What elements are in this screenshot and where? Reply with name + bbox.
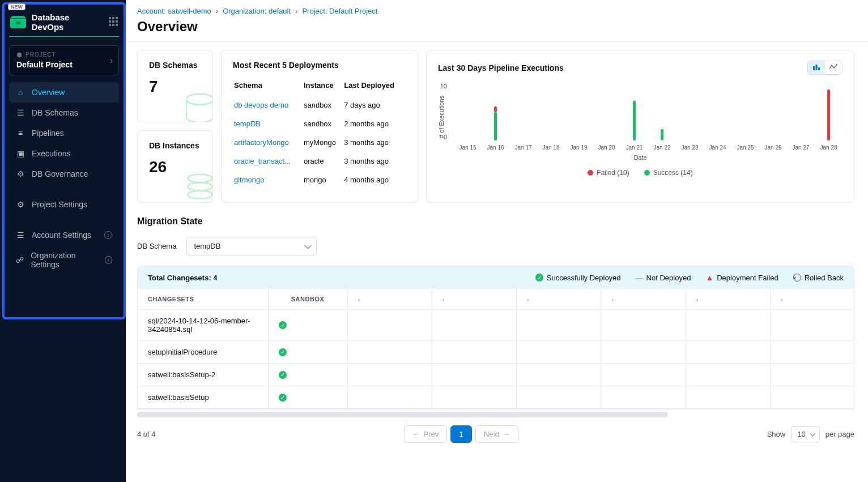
table-row: db devops demosandbox7 days ago [234,96,405,114]
chart-view-toggle [807,61,843,75]
horizontal-scrollbar[interactable] [137,412,668,417]
sidebar-nav: ⌂ Overview ☰ DB Schemas ≡ Pipelines ▣ Ex… [9,82,119,275]
schema-link[interactable]: db devops demo [234,96,303,114]
sidebar-item-db-schemas[interactable]: ☰ DB Schemas [9,103,119,123]
sidebar-item-label: DB Schemas [32,108,78,117]
sidebar-item-label: Organization Settings [31,251,98,269]
database-stack-icon [183,172,213,203]
sidebar-item-pipelines[interactable]: ≡ Pipelines [9,123,119,143]
current-page[interactable]: 1 [450,425,471,443]
changeset-name: satwell:basisSetup [138,386,268,409]
new-badge: NEW [8,3,25,10]
check-circle-icon: ✓ [279,348,287,356]
svg-rect-6 [818,67,820,70]
project-selector[interactable]: PROJECT Default Project › [9,45,119,75]
executions-icon: ▣ [16,149,25,158]
main-content: Account: satwell-demo › Organization: de… [126,0,868,482]
changeset-name: setupInitialProcedure [138,341,268,364]
svg-point-1 [188,174,212,182]
sidebar-item-label: DB Governance [32,169,88,178]
prev-button[interactable]: ←Prev [404,425,448,443]
sidebar-item-org-settings[interactable]: ☍ Organization Settings i [9,245,119,275]
stat-title: DB Schemas [149,61,201,70]
db-schema-select[interactable]: tempDB [186,237,317,255]
table-header: - [686,289,770,310]
svg-point-2 [188,182,212,190]
page-title: Overview [137,19,854,35]
sidebar: NEW ∞ Database DevOps PROJECT Default Pr… [2,2,126,319]
rollback-icon [793,274,801,281]
bar-chart-icon[interactable] [808,61,825,74]
info-icon: i [105,256,112,264]
project-name: Default Project [16,60,112,69]
line-chart-icon[interactable] [825,61,842,74]
table-header: - [517,289,601,310]
breadcrumb-project[interactable]: Project: Default Project [302,7,377,15]
db-instances-card: DB Instances 26 [137,130,213,203]
changesets-table: CHANGESETSSANDBOX------ sql/2024-10-14-1… [138,289,854,409]
table-row: satwell:basisSetup✓ [138,386,854,409]
migration-state-section: Migration State DB Schema tempDB Total C… [137,216,854,454]
card-title: Most Recent 5 Deployments [233,61,406,70]
brand-title: Database DevOps [32,12,103,32]
stat-title: DB Instances [149,141,201,150]
table-header: - [770,289,854,310]
section-title: Migration State [137,216,854,227]
chart-x-axis-label: Date [438,154,843,161]
check-circle-icon: ✓ [279,394,287,402]
breadcrumb-org[interactable]: Organization: default [223,7,291,15]
page-size-select[interactable]: 10 [791,426,819,442]
table-row: oracle_transact...oracle3 months ago [234,152,405,170]
pipeline-executions-card: Last 30 Days Pipeline Executions # of Ex… [426,50,854,203]
table-row: satwell:basisSetup-2✓ [138,364,854,386]
db-schemas-card: DB Schemas 7 [137,50,213,122]
home-icon: ⌂ [16,88,25,97]
schema-link[interactable]: tempDB [234,115,303,133]
warning-icon: ▲ [705,273,713,282]
cube-icon [16,52,22,58]
info-icon: i [104,231,112,239]
sidebar-item-executions[interactable]: ▣ Executions [9,143,119,164]
schema-link[interactable]: artifactoryMongo [234,134,303,151]
table-row: gitmongomongo4 months ago [234,171,405,189]
changeset-summary-bar: Total Changesets: 4 ✓Successfully Deploy… [138,266,854,289]
table-row: sql/2024-10-14-12-06-member-34240854.sql… [138,310,854,341]
schema-label: DB Schema [137,242,176,250]
col-last-deployed: Last Deployed [344,81,405,95]
recent-deployments-card: Most Recent 5 Deployments Schema Instanc… [221,50,418,203]
table-header: SANDBOX [268,289,347,310]
chevron-right-icon: › [110,56,113,66]
gear-icon: ⚙ [16,169,25,178]
pipeline-icon: ≡ [16,129,25,138]
sidebar-item-account-settings[interactable]: ☰ Account Settings i [9,225,119,245]
org-icon: ☍ [16,255,24,265]
table-header: - [432,289,516,310]
svg-point-3 [188,191,212,199]
total-changesets: Total Changesets: 4 [148,274,218,282]
table-header: - [347,289,432,310]
check-circle-icon: ✓ [279,371,287,379]
sidebar-item-overview[interactable]: ⌂ Overview [9,82,119,103]
sidebar-item-db-governance[interactable]: ⚙ DB Governance [9,164,119,184]
schema-link[interactable]: gitmongo [234,171,303,189]
project-label: PROJECT [16,52,112,58]
table-header: - [601,289,686,310]
check-circle-icon: ✓ [535,274,543,281]
database-icon: ☰ [16,108,25,117]
sidebar-item-project-settings[interactable]: ⚙ Project Settings [9,194,119,215]
breadcrumb-account[interactable]: Account: satwell-demo [137,7,211,15]
database-icon [183,91,213,122]
sidebar-item-label: Executions [32,149,70,158]
success-dot-icon [644,170,650,176]
schema-link[interactable]: oracle_transact... [234,152,303,170]
svg-rect-4 [813,66,815,70]
apps-grid-icon[interactable] [109,17,119,27]
changeset-name: satwell:basisSetup-2 [138,364,268,386]
breadcrumb: Account: satwell-demo › Organization: de… [137,7,854,15]
sidebar-item-label: Project Settings [32,200,87,209]
next-button[interactable]: Next→ [475,425,519,443]
brand: ∞ Database DevOps [9,9,119,37]
sidebar-item-label: Pipelines [32,129,64,138]
table-row: tempDBsandbox2 months ago [234,115,405,133]
col-instance: Instance [304,81,343,95]
